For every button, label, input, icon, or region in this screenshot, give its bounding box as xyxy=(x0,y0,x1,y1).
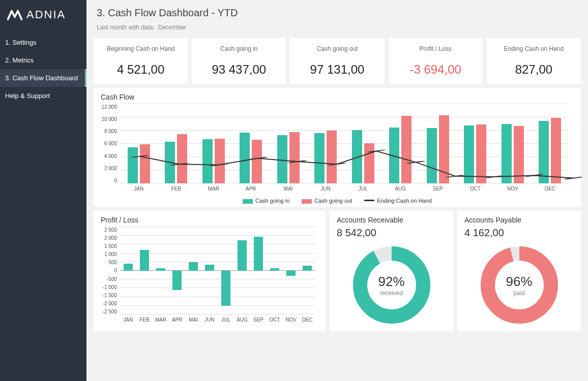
legend-cash-in: Cash going in xyxy=(243,198,289,204)
page-title: 3. Cash Flow Dashboard - YTD xyxy=(97,7,581,19)
bar-profit-loss xyxy=(189,262,198,271)
brand-name: ADNIA xyxy=(26,8,66,21)
bar-cash-in xyxy=(240,133,250,183)
bar-profit-loss xyxy=(172,271,182,290)
bar-cash-out xyxy=(476,124,486,183)
bar-profit-loss xyxy=(254,237,263,271)
metric-value: 827,00 xyxy=(492,62,576,77)
sidebar: ADNIA 1. Settings2. Metrics3. Cash Flow … xyxy=(0,0,86,381)
bar-cash-out xyxy=(439,115,449,183)
metric-card-1: Cash going in93 437,00 xyxy=(192,38,286,84)
bar-cash-in xyxy=(389,128,399,184)
profit-loss-panel: Profit / Loss 2 5002 0001 5001 0005000-5… xyxy=(94,211,326,331)
legend-ending-cash: Ending Cash on Hand xyxy=(364,198,432,204)
profit-loss-chart: 2 5002 0001 5001 0005000-500-1 000-1 500… xyxy=(101,227,318,324)
metric-label: Cash going out xyxy=(295,45,379,52)
metrics-row: Beginning Cash on Hand4 521,00Cash going… xyxy=(94,38,581,84)
metric-value: 93 437,00 xyxy=(197,62,281,77)
sidebar-item-1[interactable]: 2. Metrics xyxy=(0,51,86,69)
brand-logo: ADNIA xyxy=(0,0,86,34)
accounts-payable-value: 4 162,00 xyxy=(464,227,574,239)
bar-cash-in xyxy=(352,130,362,183)
bar-cash-out xyxy=(177,134,187,184)
metric-card-0: Beginning Cash on Hand4 521,00 xyxy=(94,38,188,84)
main-content: 3. Cash Flow Dashboard - YTD Last month … xyxy=(86,0,588,381)
bar-profit-loss xyxy=(286,271,296,276)
sidebar-item-0[interactable]: 1. Settings xyxy=(0,34,86,51)
accounts-receivable-donut: 92%received xyxy=(348,242,435,328)
metric-label: Beginning Cash on Hand xyxy=(99,45,183,52)
accounts-receivable-title: Accounts Receivable xyxy=(337,216,446,224)
metric-label: Cash going in xyxy=(197,45,281,52)
metric-label: Profit / Loss xyxy=(394,45,478,52)
bar-profit-loss xyxy=(238,240,247,271)
sidebar-item-3[interactable]: Help & Support xyxy=(0,87,86,105)
bar-profit-loss xyxy=(303,266,312,271)
bar-cash-out xyxy=(289,132,300,183)
bar-profit-loss xyxy=(156,268,165,271)
bar-profit-loss xyxy=(205,265,214,271)
cash-flow-chart: 12 00010 0008 0006 0004 0002 0000JANFEBM… xyxy=(101,104,574,196)
page-subtitle: Last month with data: December xyxy=(97,24,581,31)
profit-loss-title: Profit / Loss xyxy=(101,216,318,224)
accounts-payable-donut: 96%paid xyxy=(476,242,563,328)
bar-cash-out xyxy=(551,118,561,183)
metric-card-4: Ending Cash on Hand827,00 xyxy=(487,38,581,84)
legend-cash-out: Cash going out xyxy=(302,198,352,204)
bar-cash-out xyxy=(364,143,374,183)
sidebar-item-2[interactable]: 3. Cash Flow Dashboard xyxy=(0,69,86,87)
metric-value: -3 694,00 xyxy=(394,62,478,77)
bar-cash-out xyxy=(140,144,150,183)
bar-cash-in xyxy=(314,133,325,183)
cash-flow-panel: Cash Flow 12 00010 0008 0006 0004 0002 0… xyxy=(94,88,581,207)
sidebar-nav: 1. Settings2. Metrics3. Cash Flow Dashbo… xyxy=(0,34,86,105)
bar-cash-out xyxy=(215,139,225,183)
bar-profit-loss xyxy=(124,264,133,271)
bar-cash-in xyxy=(502,124,512,183)
bar-profit-loss xyxy=(270,268,279,271)
metric-card-3: Profit / Loss-3 694,00 xyxy=(389,38,483,84)
bar-cash-in xyxy=(427,128,437,183)
bar-cash-in xyxy=(539,121,549,184)
bar-cash-out xyxy=(252,140,262,183)
bar-cash-in xyxy=(202,139,213,183)
accounts-receivable-panel: Accounts Receivable 8 542,00 92%received xyxy=(330,211,453,331)
bar-cash-in xyxy=(165,142,175,183)
accounts-payable-panel: Accounts Payable 4 162,00 96%paid xyxy=(457,211,581,331)
bar-cash-in xyxy=(277,135,287,183)
accounts-payable-title: Accounts Payable xyxy=(464,216,574,224)
bar-profit-loss xyxy=(140,250,149,271)
bar-profit-loss xyxy=(221,271,230,306)
bar-cash-out xyxy=(327,131,337,183)
metric-card-2: Cash going out97 131,00 xyxy=(290,38,384,84)
cash-flow-legend: Cash going in Cash going out Ending Cash… xyxy=(101,198,574,204)
metric-value: 4 521,00 xyxy=(99,62,183,77)
bar-cash-out xyxy=(401,116,411,183)
accounts-receivable-value: 8 542,00 xyxy=(337,227,446,239)
metric-label: Ending Cash on Hand xyxy=(492,45,576,52)
bar-cash-out xyxy=(514,126,524,183)
metric-value: 97 131,00 xyxy=(295,62,379,77)
bar-cash-in xyxy=(128,147,138,184)
bar-cash-in xyxy=(464,125,474,183)
brand-logo-icon xyxy=(7,9,22,20)
cash-flow-title: Cash Flow xyxy=(101,93,574,101)
